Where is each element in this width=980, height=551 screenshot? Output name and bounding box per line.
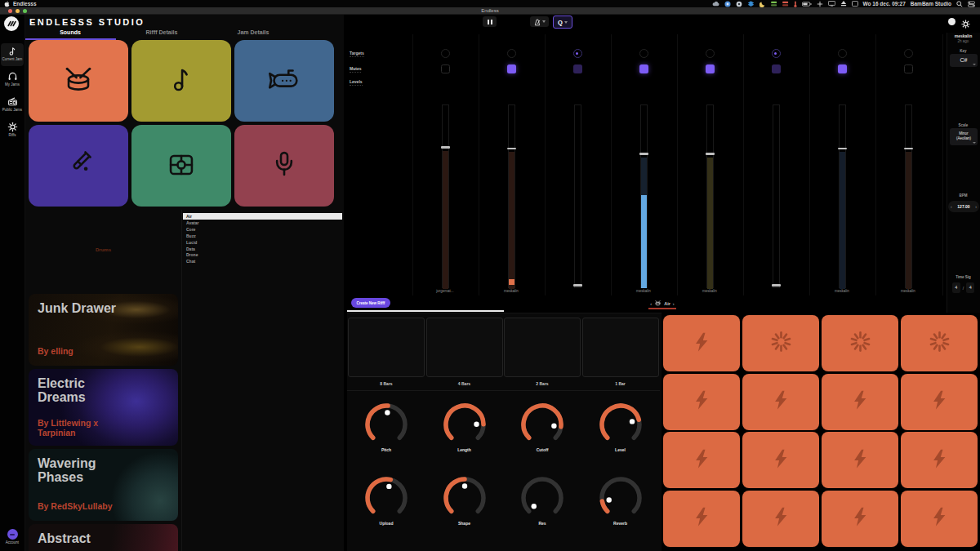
selector-next-button[interactable]: › (673, 301, 675, 306)
menubar-app-name[interactable]: Endlesss (13, 1, 37, 7)
knob-level[interactable] (597, 401, 644, 448)
target-radio[interactable] (706, 49, 715, 58)
selected-pack-tile[interactable]: Drums (29, 210, 178, 290)
preset-item-chat[interactable]: Chat (183, 258, 342, 264)
level-fader[interactable] (442, 104, 449, 288)
metronome-button[interactable] (530, 16, 549, 27)
sound-tile-sampler[interactable] (131, 125, 231, 207)
pad-1-3[interactable] (822, 315, 898, 371)
endlesss-logo[interactable] (4, 16, 19, 31)
keystroke-icon[interactable] (817, 1, 823, 7)
key-dropdown[interactable]: C# (950, 54, 978, 67)
preset-item-drone[interactable]: Drone (183, 251, 342, 258)
moon-icon[interactable] (760, 1, 766, 7)
menubar-studio-label[interactable]: BamBam Studio (911, 1, 951, 7)
pad-3-1[interactable] (663, 432, 740, 488)
level-fader[interactable] (574, 104, 581, 288)
sound-tile-testtube[interactable] (29, 125, 128, 207)
level-fader[interactable] (640, 104, 648, 288)
knob-pitch[interactable] (363, 401, 410, 448)
mute-toggle[interactable] (838, 64, 847, 73)
preset-item-buzz[interactable]: Buzz (183, 233, 342, 239)
pad-2-3[interactable] (822, 374, 898, 430)
broadcast-button[interactable] (948, 18, 956, 25)
target-radio[interactable] (573, 49, 582, 58)
preset-item-lucid[interactable]: Lucid (183, 239, 342, 246)
bar-length-slot-2-bars[interactable] (504, 318, 581, 377)
pad-2-1[interactable] (663, 374, 740, 430)
tab-jam-details[interactable]: Jam Details (207, 29, 299, 38)
bpm-value[interactable]: 127.00 (957, 204, 969, 209)
pad-3-4[interactable] (901, 432, 978, 488)
timesig-denominator[interactable]: 4 (966, 282, 974, 293)
pad-1-1[interactable] (663, 315, 740, 371)
level-fader[interactable] (508, 104, 515, 288)
timesig-numerator[interactable]: 4 (952, 282, 960, 293)
spotlight-search-icon[interactable] (956, 1, 963, 7)
display-icon[interactable] (828, 1, 835, 7)
fader-handle[interactable] (639, 153, 648, 155)
dropbox-icon[interactable] (747, 1, 755, 7)
preset-item-avatar[interactable]: Avatar (183, 220, 342, 226)
playhead-bar[interactable] (347, 310, 504, 312)
bpm-decrease-button[interactable]: ‹ (951, 204, 952, 209)
fader-handle[interactable] (772, 284, 781, 287)
pad-3-2[interactable] (742, 432, 819, 488)
sidebar-item-current-jam[interactable]: Current Jam (1, 43, 24, 66)
battery-icon[interactable] (802, 2, 812, 7)
bpm-increase-button[interactable]: › (975, 204, 977, 209)
create-new-rifff-button[interactable]: Create New Rifff (351, 298, 390, 308)
mute-toggle[interactable] (772, 64, 781, 73)
sidebar-item-riffs[interactable]: Riffs (1, 119, 24, 142)
level-fader[interactable] (706, 104, 714, 288)
sidebar-item-public-jams[interactable]: Public Jams (1, 94, 24, 117)
stats-red-icon[interactable] (782, 1, 789, 7)
mute-toggle[interactable] (507, 64, 516, 73)
jam-card-1[interactable]: Junk DrawerBy elling (29, 294, 178, 366)
target-radio[interactable] (639, 49, 648, 58)
pad-4-4[interactable] (901, 491, 978, 547)
level-fader[interactable] (773, 104, 780, 288)
scale-dropdown[interactable]: Minor (Aeolian) (950, 128, 978, 145)
stats-green-icon[interactable] (771, 1, 777, 7)
pause-button[interactable] (483, 16, 497, 27)
knob-shape[interactable] (441, 474, 488, 522)
thermometer-icon[interactable] (794, 1, 797, 7)
cloud-icon[interactable] (712, 1, 719, 7)
target-radio[interactable] (441, 49, 450, 58)
sound-tile-note[interactable] (131, 40, 231, 122)
target-radio[interactable] (904, 49, 913, 58)
fader-handle[interactable] (904, 148, 913, 150)
jam-card-4[interactable]: Abstract (29, 524, 178, 551)
record-app-icon[interactable] (736, 1, 742, 7)
fader-handle[interactable] (441, 146, 450, 149)
pad-3-3[interactable] (822, 432, 898, 488)
jam-card-3[interactable]: Wavering PhasesBy RedSkyLullaby (29, 449, 178, 521)
pad-1-2[interactable] (742, 315, 819, 371)
fader-handle[interactable] (573, 284, 582, 287)
bar-length-slot-8-bars[interactable] (348, 318, 425, 377)
sound-tile-submarine[interactable] (234, 40, 334, 122)
level-fader[interactable] (905, 104, 912, 288)
mute-toggle[interactable] (904, 64, 913, 73)
account-button[interactable]: Account (1, 527, 24, 549)
chat-app-icon[interactable] (724, 1, 731, 7)
sound-tile-drum[interactable] (29, 40, 128, 122)
knob-length[interactable] (441, 401, 488, 448)
control-center-icon[interactable] (968, 1, 975, 7)
sound-tile-microphone[interactable] (234, 125, 334, 207)
preset-item-air[interactable]: Air (183, 213, 342, 220)
level-fader[interactable] (839, 104, 846, 288)
knob-upload[interactable] (363, 474, 410, 522)
eject-icon[interactable] (840, 1, 847, 7)
target-radio[interactable] (772, 49, 781, 58)
fader-handle[interactable] (706, 153, 715, 155)
apple-menu-icon[interactable] (4, 1, 10, 7)
mute-toggle[interactable] (706, 64, 715, 73)
bar-length-slot-1-bar[interactable] (582, 318, 659, 377)
bar-length-slot-4-bars[interactable] (426, 318, 503, 377)
knob-cutoff[interactable] (519, 401, 566, 448)
tab-rifff-details[interactable]: Rifff Details (116, 29, 207, 38)
knob-reverb[interactable] (597, 474, 644, 522)
selector-prev-button[interactable]: ‹ (650, 301, 652, 306)
